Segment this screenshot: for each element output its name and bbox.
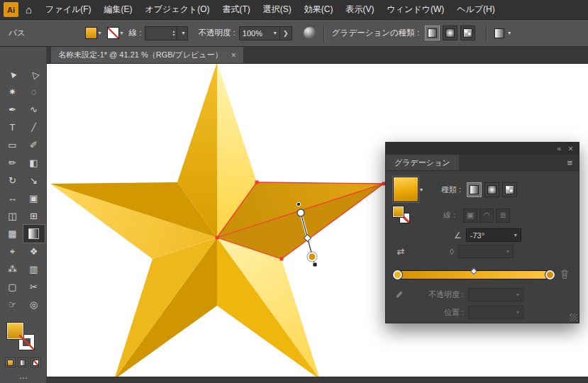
rectangle-tool[interactable]: ▭ (2, 136, 23, 154)
linear-gradient-button[interactable] (425, 26, 440, 40)
lasso-tool[interactable]: ◌ (23, 83, 45, 101)
menu-select[interactable]: 選択(S) (257, 0, 298, 19)
document-tab[interactable]: 名称未設定-1* @ 41.21 %（RGB/プレビュー） × (51, 47, 243, 63)
panel-menu-icon[interactable]: ≡ (560, 155, 579, 170)
angle-input[interactable]: -73° ▾ (466, 228, 521, 242)
mesh-tool[interactable]: ▦ (2, 225, 23, 243)
chevron-down-icon[interactable]: ▾ (420, 187, 423, 193)
gradient-slider[interactable] (393, 265, 558, 284)
menu-view[interactable]: 表示(V) (340, 0, 381, 19)
freeform-gradient-button[interactable] (460, 26, 475, 40)
gradient-tool[interactable] (23, 225, 45, 243)
width-tool[interactable]: ↔ (2, 189, 23, 207)
artboard-tool[interactable]: ▢ (2, 278, 23, 296)
annotator-end-stop[interactable] (309, 253, 316, 261)
free-transform-tool[interactable]: ▣ (23, 189, 45, 207)
stroke-color-control[interactable]: ▾ (107, 27, 123, 39)
annotator-start-stop[interactable] (297, 209, 304, 216)
menu-effect[interactable]: 効果(C) (298, 0, 340, 19)
slice-tool[interactable]: ✂ (23, 278, 45, 296)
scale-tool[interactable]: ↘ (23, 172, 45, 189)
pen-tool[interactable]: ✒ (2, 101, 23, 118)
freeform-gradient-icon (505, 185, 514, 194)
menu-object[interactable]: オブジェクト(O) (139, 0, 216, 19)
fill-swatch[interactable] (393, 206, 404, 217)
fill-stroke-indicator (5, 322, 42, 352)
column-graph-tool[interactable]: ▥ (23, 260, 45, 278)
mesh-icon: ▦ (8, 229, 16, 238)
opacity-input[interactable]: 100% ▾ (239, 26, 280, 40)
stroke-swatch[interactable] (107, 27, 119, 39)
stroke-gradient-row: 線 : ▣ ◠ ≣ (393, 206, 572, 224)
document-tabbar: 名称未設定-1* @ 41.21 %（RGB/プレビュー） × (47, 47, 588, 64)
close-icon[interactable]: × (231, 50, 236, 60)
stroke-label: 線 : (423, 210, 455, 221)
gradient-sphere-icon[interactable] (304, 27, 316, 39)
gradient-stop-left[interactable] (393, 270, 402, 279)
annotator-origin-dot[interactable] (296, 202, 301, 206)
direct-selection-tool[interactable]: △ (23, 65, 45, 83)
type-tool[interactable]: T (2, 118, 23, 136)
stroke-swatch[interactable] (18, 334, 35, 350)
color-button[interactable] (5, 357, 16, 367)
gradient-type-row: ▾ 種類 : (393, 177, 572, 202)
paintbrush-tool[interactable]: ✐ (23, 136, 45, 154)
stroke-weight-input[interactable]: ▴▾ (145, 26, 177, 40)
menu-file[interactable]: ファイル(F) (39, 0, 97, 19)
chevron-down-icon[interactable]: ▾ (121, 30, 123, 36)
menu-type[interactable]: 書式(T) (216, 0, 257, 19)
radial-gradient-button[interactable] (484, 182, 499, 197)
fill-swatch[interactable] (85, 27, 97, 39)
menu-edit[interactable]: 編集(E) (98, 0, 139, 19)
gradient-preview-swatch[interactable] (393, 177, 418, 202)
edit-toolbar-button[interactable]: ⋯ (19, 373, 28, 383)
perspective-grid-tool[interactable]: ⊞ (23, 207, 45, 225)
tab-gradient[interactable]: グラデーション (386, 155, 459, 170)
gradient-midpoint-diamond[interactable] (470, 268, 477, 275)
linear-gradient-button[interactable] (467, 182, 482, 197)
chevron-down-icon[interactable]: ▾ (99, 30, 101, 36)
spinner-icon[interactable]: ▴▾ (172, 30, 174, 37)
collapse-panel-icon[interactable]: « (557, 145, 561, 152)
illustrator-window: Ai ⌂ ファイル(F) 編集(E) オブジェクト(O) 書式(T) 選択(S)… (0, 0, 588, 383)
eyedropper-tool[interactable]: ⌖ (2, 243, 23, 260)
reverse-gradient-button[interactable]: ⇄ (393, 246, 409, 257)
menu-help[interactable]: ヘルプ(H) (450, 0, 501, 19)
gradient-stop-right[interactable] (545, 270, 555, 279)
hand-tool[interactable]: ☞ (2, 296, 23, 313)
freeform-gradient-button[interactable] (502, 182, 517, 197)
gradient-ramp[interactable] (397, 270, 550, 279)
lasso-icon: ◌ (31, 87, 37, 96)
panel-resize-grip[interactable] (570, 313, 577, 321)
chevron-down-icon[interactable]: ▾ (514, 232, 517, 238)
gradient-button[interactable] (18, 357, 28, 367)
line-segment-tool[interactable]: ╱ (23, 118, 45, 136)
selection-tool[interactable]: ▲ (2, 65, 23, 83)
annotator-end-handle[interactable] (313, 262, 317, 267)
aspect-ratio-icon: ◊ (450, 247, 454, 257)
blend-tool[interactable]: ❖ (23, 243, 45, 260)
home-icon[interactable]: ⌂ (26, 4, 32, 16)
edit-gradient-button[interactable]: ▾ (494, 28, 511, 38)
menu-window[interactable]: ウィンドウ(W) (381, 0, 451, 19)
close-icon[interactable]: × (568, 144, 573, 154)
rotate-tool[interactable]: ↻ (2, 172, 23, 189)
symbol-sprayer-tool[interactable]: ⁂ (2, 260, 23, 278)
shape-builder-tool[interactable]: ◫ (2, 207, 23, 225)
angle-icon: ∠ (454, 231, 462, 240)
fill-color-control[interactable]: ▾ (85, 27, 101, 39)
stroke-weight-dropdown[interactable]: ▾ (177, 26, 188, 40)
radial-gradient-button[interactable] (443, 26, 457, 40)
chevron-down-icon[interactable]: ▾ (508, 30, 511, 36)
none-button[interactable] (30, 357, 41, 367)
opacity-options-button[interactable]: ❯ (280, 26, 292, 40)
chevron-down-icon[interactable]: ▾ (274, 30, 277, 36)
eraser-tool[interactable]: ◧ (23, 154, 45, 172)
curvature-tool[interactable]: ∿ (23, 101, 45, 118)
divider (323, 24, 324, 43)
zoom-tool[interactable]: ◎ (23, 296, 45, 313)
magic-wand-tool[interactable]: ✷ (2, 83, 23, 101)
trash-icon (560, 269, 570, 279)
pencil-tool[interactable]: ✏ (2, 154, 23, 172)
app-logo[interactable]: Ai (4, 2, 18, 17)
